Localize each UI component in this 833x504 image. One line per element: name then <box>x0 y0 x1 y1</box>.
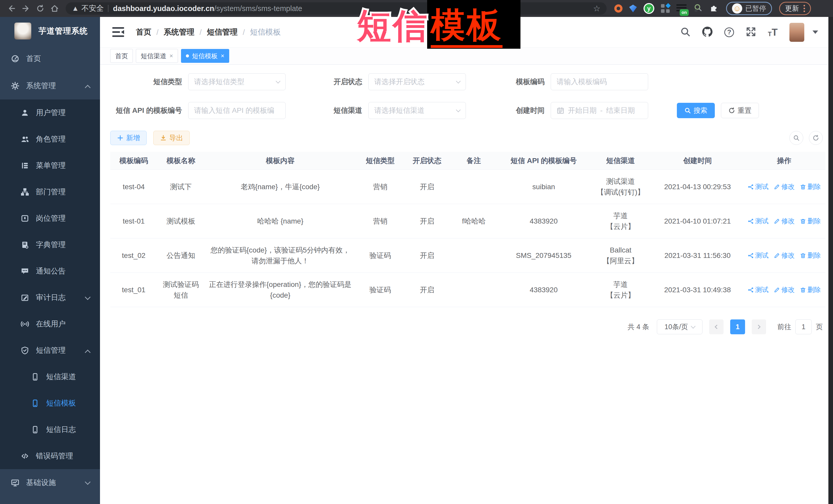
tab-sms-channel[interactable]: 短信渠道 <box>136 49 178 63</box>
sidebar-item-sms-channel[interactable]: 短信渠道 <box>0 363 100 390</box>
browser-home-icon[interactable] <box>49 3 61 14</box>
sidebar-item-home[interactable]: 首页 <box>0 45 100 72</box>
sidebar-item-post-management[interactable]: 岗位管理 <box>0 205 100 232</box>
sidebar-item-notice-announcement[interactable]: 通知公告 <box>0 258 100 284</box>
app-logo[interactable]: 芋道管理系统 <box>0 17 100 45</box>
delete-link[interactable]: 删除 <box>800 250 821 261</box>
total-count: 共 4 条 <box>628 322 649 332</box>
sidebar-item-role-management[interactable]: 角色管理 <box>0 126 100 152</box>
delete-link[interactable]: 删除 <box>800 182 821 192</box>
template-code-input[interactable]: 请输入模板编码 <box>551 73 648 90</box>
tab-home[interactable]: 首页 <box>110 49 133 63</box>
breadcrumb-system[interactable]: 系统管理 <box>164 27 194 38</box>
test-link[interactable]: 测试 <box>747 182 769 192</box>
chevron-down-icon <box>276 79 280 83</box>
page-content: 短信类型 请选择短信类型 开启状态 请选择开启状态 模板编码 请输入模板编码 <box>100 65 828 504</box>
sidebar-item-audit-log[interactable]: 审计日志 <box>0 284 100 311</box>
breadcrumb-sms[interactable]: 短信管理 <box>207 27 238 38</box>
audit-log-icon <box>21 293 29 302</box>
announcement-icon <box>21 267 29 275</box>
test-link[interactable]: 测试 <box>747 285 769 295</box>
sidebar-item-sms-management[interactable]: 短信管理 <box>0 337 100 363</box>
sidebar-item-user-management[interactable]: 用户管理 <box>0 99 100 126</box>
extension-ring-icon[interactable] <box>614 4 622 13</box>
delete-link[interactable]: 删除 <box>800 216 821 226</box>
create-time-label: 创建时间 <box>466 105 545 115</box>
refresh-table-button[interactable] <box>809 131 823 145</box>
edit-pencil-icon <box>774 184 780 190</box>
search-icon[interactable] <box>680 27 690 38</box>
close-icon[interactable] <box>221 53 224 59</box>
edit-link[interactable]: 修改 <box>774 182 795 192</box>
sms-channel-select[interactable]: 请选择短信渠道 <box>368 102 466 119</box>
export-button[interactable]: 导出 <box>153 131 190 145</box>
fullscreen-icon[interactable] <box>746 27 756 38</box>
sidebar-item-sms-log[interactable]: 短信日志 <box>0 416 100 443</box>
edit-link[interactable]: 修改 <box>774 285 795 295</box>
sidebar-item-online-users[interactable]: 在线用户 <box>0 311 100 337</box>
sidebar-item-error-code-management[interactable]: 错误码管理 <box>0 443 100 469</box>
font-size-icon[interactable] <box>768 27 778 37</box>
bookmark-star-icon[interactable]: ☆ <box>593 4 600 13</box>
sidebar-item-infrastructure[interactable]: 基础设施 <box>0 469 100 496</box>
github-icon[interactable] <box>702 27 713 38</box>
create-time-range-picker[interactable]: 开始日期 - 结束日期 <box>551 102 648 119</box>
extension-on-badge: on <box>680 9 689 16</box>
extension-magnifier-icon[interactable] <box>693 3 703 14</box>
table-row: test-01 测试模板 哈哈哈 {name} 营销 开启 f哈哈哈 43839… <box>110 204 825 238</box>
extension-grid-icon[interactable] <box>661 4 670 13</box>
sidebar-item-dept-management[interactable]: 部门管理 <box>0 179 100 205</box>
prev-page-button[interactable] <box>709 319 723 334</box>
browser-reload-icon[interactable] <box>34 3 46 14</box>
sms-type-label: 短信类型 <box>110 77 182 87</box>
window-scroll-strip[interactable] <box>828 17 833 504</box>
search-button[interactable]: 搜索 <box>677 103 715 118</box>
breadcrumb-home[interactable]: 首页 <box>136 27 151 38</box>
extension-list-icon[interactable]: on <box>676 4 687 13</box>
sidebar-collapse-icon[interactable] <box>112 27 124 38</box>
reset-button[interactable]: 重置 <box>721 103 759 118</box>
sidebar-item-sms-template[interactable]: 短信模板 <box>0 390 100 416</box>
table-row: test_01 测试验证码短信 正在进行登录操作{operation}，您的验证… <box>110 273 825 307</box>
edit-link[interactable]: 修改 <box>774 250 795 261</box>
gear-icon <box>11 82 20 90</box>
show-search-button[interactable] <box>789 131 803 145</box>
sidebar-item-menu-management[interactable]: 菜单管理 <box>0 152 100 179</box>
user-avatar[interactable] <box>789 23 804 42</box>
edit-link[interactable]: 修改 <box>774 216 795 226</box>
extension-gem-icon[interactable] <box>629 5 637 12</box>
page-size-select[interactable]: 10条/页 <box>657 319 703 334</box>
breadcrumb: 首页 / 系统管理 / 短信管理 / 短信模板 <box>136 27 281 38</box>
browser-profile-chip[interactable]: ☺ 已暂停 <box>726 2 772 15</box>
browser-forward-icon[interactable] <box>20 3 32 14</box>
status-select[interactable]: 请选择开启状态 <box>368 73 466 90</box>
menu-tree-icon <box>21 162 29 170</box>
avatar-dropdown-caret-icon[interactable] <box>812 30 818 34</box>
close-icon[interactable] <box>169 53 173 59</box>
tab-sms-template[interactable]: 短信模板 <box>181 49 229 63</box>
extension-y-icon[interactable]: y <box>644 3 654 14</box>
trash-icon <box>800 253 806 259</box>
test-link[interactable]: 测试 <box>747 216 769 226</box>
page-number-1[interactable]: 1 <box>730 319 745 334</box>
sidebar-item-dict-management[interactable]: 字典管理 <box>0 232 100 258</box>
test-link[interactable]: 测试 <box>747 250 769 261</box>
sidebar-item-system-management[interactable]: 系统管理 <box>0 72 100 99</box>
help-icon[interactable] <box>724 27 734 37</box>
add-button[interactable]: 新增 <box>110 131 147 145</box>
api-template-id-label: 短信 API 的模板编号 <box>110 105 182 115</box>
goto-page-input[interactable]: 1 <box>795 319 812 334</box>
chevron-down-icon <box>456 107 460 112</box>
profile-paused-label: 已暂停 <box>745 4 766 13</box>
next-page-button[interactable] <box>752 319 766 334</box>
address-bar[interactable]: ▲ 不安全 dashboard.yudao.iocoder.cn/system/… <box>66 2 606 15</box>
browser-back-icon[interactable] <box>6 3 18 14</box>
share-icon <box>747 218 754 224</box>
api-template-id-input[interactable]: 请输入短信 API 的模板编 <box>188 102 286 119</box>
table-row: test-04 测试下 老鸡{name}，牛逼{code} 营销 开启 suib… <box>110 170 825 204</box>
user-icon <box>21 109 29 117</box>
extensions-puzzle-icon[interactable] <box>709 3 719 14</box>
sms-type-select[interactable]: 请选择短信类型 <box>188 73 286 90</box>
browser-update-button[interactable]: 更新 <box>779 2 811 15</box>
delete-link[interactable]: 删除 <box>800 285 821 295</box>
